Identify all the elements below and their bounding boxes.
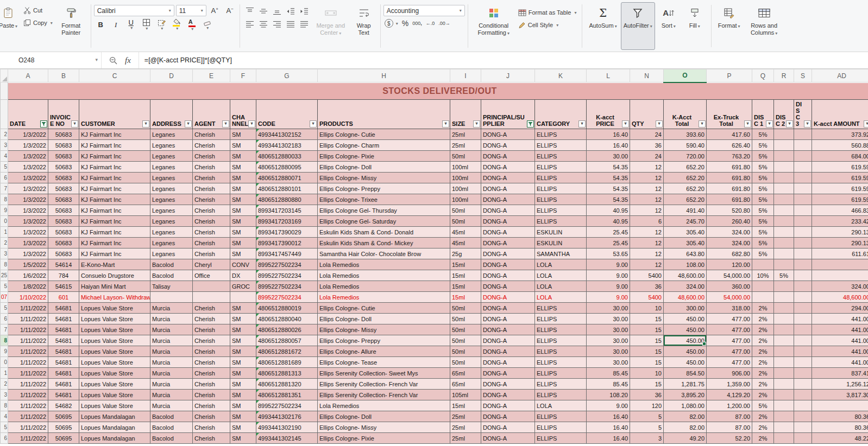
- cell-S[interactable]: [794, 249, 812, 259]
- cell-F[interactable]: CONV: [230, 259, 256, 270]
- cell-I[interactable]: 65ml: [450, 379, 481, 390]
- cell-Q[interactable]: 5%: [752, 216, 774, 227]
- cell-D[interactable]: Talisay: [150, 281, 193, 292]
- cell-A[interactable]: 1/5/2022: [8, 259, 48, 270]
- cell-L[interactable]: 25.45: [587, 238, 630, 249]
- cell-I[interactable]: 50ml: [450, 151, 481, 162]
- cell-L[interactable]: 54.35: [587, 162, 630, 173]
- cell-J[interactable]: DONG-A: [481, 151, 535, 162]
- cell-B[interactable]: 54681: [48, 335, 79, 346]
- cell-H[interactable]: Eskulin Kids Sham & Cond- Donald: [318, 227, 450, 238]
- header-disc-2[interactable]: DISC 2▾: [774, 100, 794, 129]
- cell-O[interactable]: 108.00: [664, 259, 707, 270]
- cell-S[interactable]: [794, 379, 812, 390]
- header-date[interactable]: DATE: [8, 100, 48, 129]
- cell-L[interactable]: 25.45: [587, 227, 630, 238]
- cell-L[interactable]: 30.00: [587, 314, 630, 324]
- cell-B[interactable]: 601: [48, 292, 79, 303]
- cell-P[interactable]: 1,200.00: [707, 400, 752, 411]
- cell-J[interactable]: DONG-A: [481, 162, 535, 173]
- increase-indent-button[interactable]: [298, 5, 310, 16]
- cell-Q[interactable]: 5%: [752, 238, 774, 249]
- cell-O[interactable]: 3,895.20: [664, 390, 707, 400]
- autofilter-button[interactable]: AutoFilter▾: [621, 2, 655, 50]
- cell-N[interactable]: 3: [630, 433, 664, 444]
- filter-dropdown-icon[interactable]: ▾: [578, 120, 586, 128]
- cell-G[interactable]: 4806512881672: [256, 346, 318, 357]
- name-box[interactable]: O248 ▾: [0, 52, 101, 68]
- cell-G[interactable]: 8995227502234: [256, 270, 318, 281]
- row-number[interactable]: 2: [1, 129, 8, 140]
- cell-G[interactable]: 4806512881689: [256, 357, 318, 368]
- cell-D[interactable]: Leganes: [150, 129, 193, 140]
- row-number[interactable]: 1: [1, 368, 8, 379]
- cell-R[interactable]: [774, 314, 794, 324]
- cell-S[interactable]: [794, 314, 812, 324]
- cell-AD[interactable]: 48,600.00: [812, 292, 868, 303]
- cell-O[interactable]: 491.40: [664, 205, 707, 216]
- row-number[interactable]: 4: [1, 411, 8, 422]
- cell-E[interactable]: Cherish: [193, 205, 230, 216]
- cell-E[interactable]: Cherish: [193, 183, 230, 194]
- cell-E[interactable]: [193, 281, 230, 292]
- insert-function-icon[interactable]: fx: [125, 56, 131, 65]
- cell-L[interactable]: 9.00: [587, 400, 630, 411]
- cell-E[interactable]: Cherish: [193, 140, 230, 151]
- cell-S[interactable]: [794, 400, 812, 411]
- cell-L[interactable]: 9.00: [587, 281, 630, 292]
- header-code[interactable]: CODE▾: [256, 100, 318, 129]
- cell-A[interactable]: 1/11/2022: [8, 411, 48, 422]
- filter-dropdown-icon[interactable]: ▾: [473, 120, 480, 128]
- cell-R[interactable]: [774, 249, 794, 259]
- cell-N[interactable]: 10: [630, 303, 664, 314]
- cell-G[interactable]: 4806512881351: [256, 390, 318, 400]
- cell-H[interactable]: Eskulin Kids Sham & Cond- Mickey: [318, 238, 450, 249]
- cell-Q[interactable]: 10%: [752, 270, 774, 281]
- increase-decimal-button[interactable]: ←.0: [426, 21, 435, 26]
- cell-A[interactable]: 1/3/2022: [8, 227, 48, 238]
- cell-D[interactable]: Leganes: [150, 227, 193, 238]
- header-invoice-no[interactable]: INVOICE NO▾: [48, 100, 79, 129]
- cell-K[interactable]: ELLIPS: [535, 357, 587, 368]
- column-header-I[interactable]: I: [450, 69, 481, 82]
- cell-H[interactable]: Ellips Serenity Collection- Sweet Mys: [318, 368, 450, 379]
- cell-R[interactable]: [774, 238, 794, 249]
- distributed-button[interactable]: [298, 19, 310, 30]
- cell-N[interactable]: 6: [630, 216, 664, 227]
- cell-R[interactable]: [774, 346, 794, 357]
- cell-E[interactable]: Cherish: [193, 346, 230, 357]
- cell-K[interactable]: ELLIPS: [535, 346, 587, 357]
- cell-H[interactable]: Samantha Hair Color- Chocolate Brow: [318, 249, 450, 259]
- row-number[interactable]: 0: [1, 216, 8, 227]
- cell-L[interactable]: 30.00: [587, 346, 630, 357]
- rows-columns-button[interactable]: Rows and Columns▾: [744, 2, 784, 50]
- cell-S[interactable]: [794, 194, 812, 205]
- cell-H[interactable]: Lola Remedios: [318, 270, 450, 281]
- cell-AD[interactable]: 466.83: [812, 205, 868, 216]
- format-as-table-button[interactable]: Format as Table ▾: [517, 8, 578, 17]
- cell-N[interactable]: 15: [630, 357, 664, 368]
- filter-dropdown-icon[interactable]: ▾: [142, 120, 149, 128]
- cell-S[interactable]: [794, 335, 812, 346]
- cell-J[interactable]: DONG-A: [481, 183, 535, 194]
- column-header-R[interactable]: R: [774, 69, 794, 82]
- cell-C[interactable]: KJ Fairmart Inc: [79, 151, 150, 162]
- cell-AD[interactable]: 684.00: [812, 151, 868, 162]
- cell-AD[interactable]: 80.36: [812, 422, 868, 433]
- cell-R[interactable]: [774, 205, 794, 216]
- cell-D[interactable]: Bacolod: [150, 411, 193, 422]
- cell-AD[interactable]: 441.00: [812, 314, 868, 324]
- cell-AD[interactable]: 80.36: [812, 411, 868, 422]
- filter-dropdown-icon[interactable]: ▾: [222, 120, 229, 128]
- cell-B[interactable]: 50683: [48, 205, 79, 216]
- cell-H[interactable]: Ellips Cologne- Doll: [318, 411, 450, 422]
- justify-button[interactable]: [285, 19, 297, 30]
- cell-H[interactable]: Ellips Cologne- Missy: [318, 422, 450, 433]
- cell-C[interactable]: Consuelo Drugstore: [79, 270, 150, 281]
- cell-E[interactable]: [193, 292, 230, 303]
- cell-S[interactable]: [794, 151, 812, 162]
- cell-C[interactable]: Michael Layson- Withdrawal: [79, 292, 150, 303]
- cell-S[interactable]: [794, 303, 812, 314]
- cell-I[interactable]: 105ml: [450, 390, 481, 400]
- cell-R[interactable]: 5%: [774, 270, 794, 281]
